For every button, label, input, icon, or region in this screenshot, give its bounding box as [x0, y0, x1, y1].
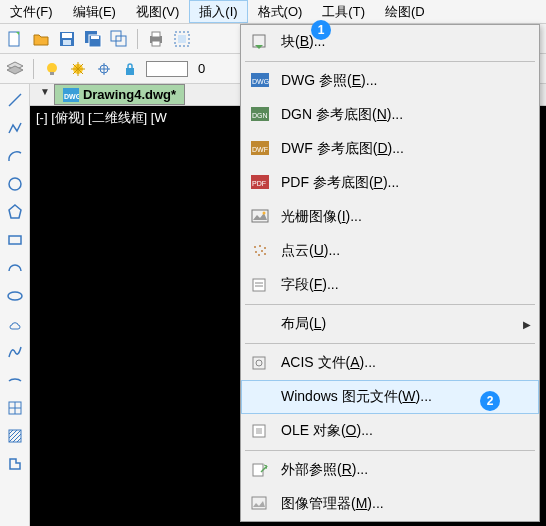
menu-label: ACIS 文件(A)... — [281, 354, 531, 372]
menu-item-dgn[interactable]: DGN DGN 参考底图(N)... — [241, 98, 539, 132]
svg-rect-58 — [253, 279, 265, 291]
svg-line-25 — [9, 94, 21, 106]
svg-line-37 — [17, 438, 21, 442]
menu-view[interactable]: 视图(V) — [126, 0, 189, 23]
vp-freeze-icon[interactable] — [94, 59, 114, 79]
menu-format[interactable]: 格式(O) — [248, 0, 313, 23]
menu-label: DWF 参考底图(D)... — [281, 140, 531, 158]
drawing-tab[interactable]: DWG Drawing4.dwg* — [54, 84, 185, 105]
svg-rect-61 — [253, 357, 265, 369]
menu-edit[interactable]: 编辑(E) — [63, 0, 126, 23]
svg-point-52 — [259, 245, 261, 247]
spline-icon[interactable] — [5, 342, 25, 362]
svg-point-62 — [256, 360, 262, 366]
copy-multi-icon[interactable] — [109, 29, 129, 49]
hatch-icon[interactable] — [5, 426, 25, 446]
ellipse-icon[interactable] — [5, 286, 25, 306]
separator — [245, 450, 535, 451]
svg-rect-65 — [253, 464, 263, 476]
svg-rect-15 — [50, 72, 54, 75]
menu-label: 布局(L) — [281, 315, 513, 333]
menu-label: OLE 对象(O)... — [281, 422, 531, 440]
menu-item-imagemgr[interactable]: 图像管理器(M)... — [241, 487, 539, 521]
polygon-icon[interactable] — [5, 202, 25, 222]
rectangle-icon[interactable] — [5, 230, 25, 250]
svg-point-53 — [264, 247, 266, 249]
dgn-ref-icon: DGN — [249, 107, 271, 123]
save-icon[interactable] — [57, 29, 77, 49]
svg-rect-24 — [126, 68, 134, 75]
raster-icon — [249, 209, 271, 225]
svg-line-33 — [9, 430, 13, 434]
menu-item-ole[interactable]: OLE 对象(O)... — [241, 414, 539, 448]
menu-item-field[interactable]: 字段(F)... — [241, 268, 539, 302]
block-insert-icon — [249, 33, 271, 51]
xref-icon — [249, 462, 271, 478]
revcloud-icon[interactable] — [5, 314, 25, 334]
new-icon[interactable] — [5, 29, 25, 49]
acis-icon — [249, 355, 271, 371]
svg-line-36 — [13, 434, 21, 442]
draw-toolbar — [0, 84, 30, 526]
print-icon[interactable] — [146, 29, 166, 49]
arc-icon[interactable] — [5, 146, 25, 166]
menu-insert[interactable]: 插入(I) — [189, 0, 247, 23]
ellipsearc-icon[interactable] — [5, 370, 25, 390]
menu-item-pointcloud[interactable]: 点云(U)... — [241, 234, 539, 268]
menu-label: 图像管理器(M)... — [281, 495, 531, 513]
layer-name-value: 0 — [198, 61, 205, 76]
menu-label: 字段(F)... — [281, 276, 531, 294]
circle-icon[interactable] — [5, 174, 25, 194]
menu-item-pdf[interactable]: PDF PDF 参考底图(P)... — [241, 166, 539, 200]
svg-rect-6 — [91, 36, 99, 39]
imagemgr-icon — [249, 496, 271, 512]
menu-item-acis[interactable]: ACIS 文件(A)... — [241, 346, 539, 380]
svg-point-55 — [261, 250, 263, 252]
svg-point-50 — [263, 212, 266, 215]
svg-rect-49 — [252, 210, 268, 222]
tab-arrow-down[interactable]: ▼ — [36, 84, 54, 105]
svg-rect-0 — [9, 32, 19, 46]
block-icon[interactable] — [5, 398, 25, 418]
insert-dropdown: 块(B)... DWG DWG 参照(E)... DGN DGN 参考底图(N)… — [240, 24, 540, 522]
svg-text:PDF: PDF — [252, 180, 266, 187]
svg-point-14 — [47, 63, 57, 73]
svg-rect-11 — [152, 41, 160, 46]
separator — [245, 304, 535, 305]
menu-item-layout[interactable]: 布局(L) ▶ — [241, 307, 539, 341]
menu-item-raster[interactable]: 光栅图像(I)... — [241, 200, 539, 234]
menu-label: DGN 参考底图(N)... — [281, 106, 531, 124]
saveall-icon[interactable] — [83, 29, 103, 49]
shape-icon[interactable] — [5, 454, 25, 474]
dwg-ref-icon: DWG — [249, 73, 271, 89]
canvas-view-label: [-] [俯视] [二维线框] [W — [36, 109, 167, 127]
polyline-icon[interactable] — [5, 118, 25, 138]
menu-item-dwf[interactable]: DWF DWF 参考底图(D)... — [241, 132, 539, 166]
svg-point-51 — [254, 246, 256, 248]
menu-label: 外部参照(R)... — [281, 461, 531, 479]
svg-text:DWG: DWG — [64, 93, 79, 100]
callout-badge-2: 2 — [480, 391, 500, 411]
menu-item-dwg[interactable]: DWG DWG 参照(E)... — [241, 64, 539, 98]
layers-icon[interactable] — [5, 59, 25, 79]
svg-rect-13 — [178, 35, 186, 43]
ole-icon — [249, 423, 271, 439]
submenu-arrow-icon: ▶ — [523, 319, 531, 330]
menu-item-block[interactable]: 块(B)... — [241, 25, 539, 59]
plot-preview-icon[interactable] — [172, 29, 192, 49]
menu-file[interactable]: 文件(F) — [0, 0, 63, 23]
svg-rect-3 — [63, 40, 71, 45]
freeze-icon[interactable] — [68, 59, 88, 79]
open-icon[interactable] — [31, 29, 51, 49]
dwf-ref-icon: DWF — [249, 141, 271, 157]
lock-icon[interactable] — [120, 59, 140, 79]
line-icon[interactable] — [5, 90, 25, 110]
arc2-icon[interactable] — [5, 258, 25, 278]
menu-label: 点云(U)... — [281, 242, 531, 260]
menu-draw[interactable]: 绘图(D — [375, 0, 435, 23]
tab-label: Drawing4.dwg* — [83, 87, 176, 102]
lightbulb-icon[interactable] — [42, 59, 62, 79]
layer-color-swatch[interactable] — [146, 61, 188, 77]
separator — [33, 59, 34, 79]
menu-item-xref[interactable]: 外部参照(R)... — [241, 453, 539, 487]
